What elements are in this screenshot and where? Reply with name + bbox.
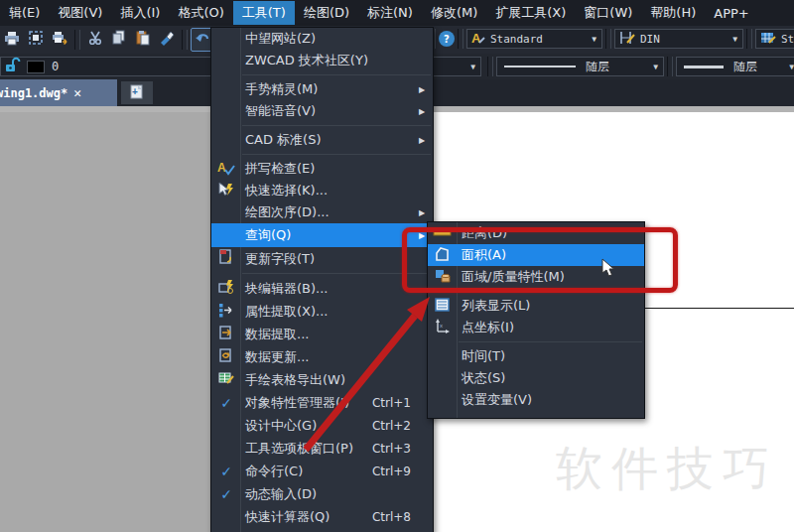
- menu-item[interactable]: 更新字段(T): [211, 247, 433, 270]
- cut-button[interactable]: [83, 29, 107, 51]
- menu-bar: 辑(E)视图(V)插入(I)格式(O)工具(T)绘图(D)标注(N)修改(M)扩…: [0, 0, 794, 26]
- table-style-combo[interactable]: Stand: [755, 29, 794, 49]
- annotation-red-rectangle: [402, 227, 678, 293]
- annotation-red-arrow: [288, 286, 447, 460]
- menubar-item-6[interactable]: 标注(N): [358, 1, 422, 25]
- close-icon[interactable]: ✕: [73, 85, 81, 100]
- menu-item-label: 设置变量(V): [458, 391, 630, 409]
- data-update-icon: [217, 347, 235, 366]
- block-editor-icon: [211, 277, 241, 300]
- toolbar-separator: [458, 29, 463, 49]
- copy-button[interactable]: [107, 29, 131, 51]
- menubar-item-9[interactable]: 窗口(W): [575, 1, 641, 25]
- menu-item[interactable]: 设置变量(V): [428, 389, 644, 411]
- toolbar-separator: [182, 30, 188, 50]
- menubar-item-1[interactable]: 视图(V): [49, 1, 111, 25]
- menubar-item-8[interactable]: 扩展工具(X): [486, 1, 575, 25]
- tab-title: wing1.dwg*: [0, 86, 67, 100]
- table-export-icon: [211, 368, 241, 391]
- menu-item[interactable]: 列表显示(L): [428, 295, 644, 317]
- menu-item[interactable]: 快速选择(K)...: [211, 180, 433, 201]
- text-style-combo[interactable]: A Standard ▼: [466, 29, 602, 49]
- menubar-item-0[interactable]: 辑(E): [0, 1, 49, 25]
- menu-separator: [459, 341, 642, 342]
- menubar-item-7[interactable]: 修改(M): [422, 1, 486, 25]
- menu-item[interactable]: x点坐标(I): [428, 317, 644, 338]
- paste-button[interactable]: [131, 29, 155, 51]
- menu-item-label: 列表显示(L): [458, 297, 630, 315]
- menu-item-label: 手势精灵(M): [241, 80, 419, 98]
- menu-item[interactable]: 时间(T): [428, 345, 644, 367]
- checkmark-icon: ✓: [211, 482, 241, 505]
- plot-export-button[interactable]: [48, 29, 71, 51]
- menubar-item-5[interactable]: 绘图(D): [295, 1, 358, 25]
- scissors-icon: [86, 30, 104, 50]
- new-tab-button[interactable]: +: [121, 81, 153, 104]
- dim-style-icon: [618, 30, 636, 49]
- chevron-down-icon: ▼: [786, 63, 794, 71]
- menu-icon-slot: [211, 201, 241, 223]
- menubar-item-4[interactable]: 工具(T): [233, 1, 295, 25]
- menu-item[interactable]: 智能语音(V)▶: [211, 100, 433, 122]
- menu-item-label: 快速计算器(Q): [241, 508, 372, 526]
- dim-style-value: DIN: [636, 33, 729, 46]
- linetype-combo[interactable]: 随层 ▼: [496, 57, 664, 76]
- menu-item[interactable]: 绘图次序(D)...▶: [211, 201, 433, 223]
- menu-item[interactable]: 中望网站(Z): [211, 28, 433, 50]
- print-button[interactable]: [0, 29, 24, 51]
- toolbar-separator: [74, 30, 80, 50]
- zwcad-window: { "menu_bar": { "items": ["辑(E)","视图(V)"…: [0, 0, 794, 532]
- menu-separator: [242, 125, 431, 126]
- submenu-arrow-icon: ▶: [419, 85, 433, 94]
- new-document-icon: +: [128, 82, 146, 104]
- chevron-down-icon: ▼: [467, 63, 478, 71]
- text-style-icon: A: [470, 30, 486, 49]
- menu-item-label: 命令行(C): [241, 463, 372, 480]
- menu-item-label: ZWCAD 技术社区(Y): [241, 52, 419, 69]
- dim-style-combo[interactable]: DIN ▼: [614, 29, 743, 49]
- attribute-extract-icon: [211, 300, 241, 323]
- menu-item[interactable]: ✓命令行(C)Ctrl+9: [211, 460, 433, 482]
- menu-item[interactable]: 查询(Q)▶: [211, 223, 433, 247]
- menu-item[interactable]: 状态(S): [428, 367, 644, 389]
- spellcheck-icon: A: [211, 158, 241, 180]
- menu-separator: [242, 74, 431, 75]
- print-preview-icon: [27, 30, 45, 50]
- menu-item-label: 中望网站(Z): [241, 30, 419, 48]
- menu-item[interactable]: A拼写检查(E): [211, 158, 433, 180]
- linetype-value: 随层: [582, 59, 650, 75]
- menubar-item-11[interactable]: APP+: [705, 3, 757, 24]
- lineweight-combo[interactable]: 随层 ▼: [676, 57, 794, 76]
- update-field-icon: [217, 249, 235, 268]
- submenu-arrow-icon: ▶: [419, 107, 433, 116]
- svg-text:A: A: [471, 31, 481, 46]
- match-properties-button[interactable]: [155, 29, 179, 51]
- unlock-icon[interactable]: [4, 57, 22, 76]
- submenu-arrow-icon: ▶: [419, 136, 433, 145]
- menu-item-shortcut: Ctrl+8: [372, 510, 419, 524]
- tab-drawing1[interactable]: wing1.dwg* ✕: [0, 79, 117, 106]
- menu-item[interactable]: 快速计算器(Q)Ctrl+8: [211, 505, 433, 528]
- menu-item[interactable]: ZWCAD 技术社区(Y): [211, 50, 433, 71]
- menubar-item-10[interactable]: 帮助(H): [641, 1, 705, 25]
- menu-icon-slot: [211, 50, 241, 71]
- menu-item-label: 智能语音(V): [241, 102, 419, 120]
- menu-icon-slot: [211, 28, 241, 50]
- menu-item[interactable]: 手势精灵(M)▶: [211, 78, 433, 100]
- lineweight-sample: [684, 66, 724, 68]
- menubar-item-2[interactable]: 插入(I): [111, 1, 169, 25]
- chevron-down-icon: ▼: [589, 35, 599, 44]
- help-icon[interactable]: ?: [439, 31, 455, 47]
- menu-item[interactable]: ✓动态输入(D): [211, 482, 433, 505]
- checkmark-icon: ✓: [211, 391, 241, 414]
- submenu-arrow-icon: ▶: [419, 208, 433, 217]
- menu-item[interactable]: CAD 标准(S)▶: [211, 129, 433, 151]
- svg-text:A: A: [217, 161, 226, 175]
- checkmark-icon: ✓: [220, 395, 232, 411]
- table-style-value: Stand: [777, 33, 794, 46]
- print-preview-button[interactable]: [24, 29, 48, 51]
- menu-item-label: 查询(Q): [241, 226, 419, 244]
- mouse-cursor: [601, 258, 619, 278]
- toolbar-separator: [487, 57, 493, 76]
- menubar-item-3[interactable]: 格式(O): [169, 1, 232, 25]
